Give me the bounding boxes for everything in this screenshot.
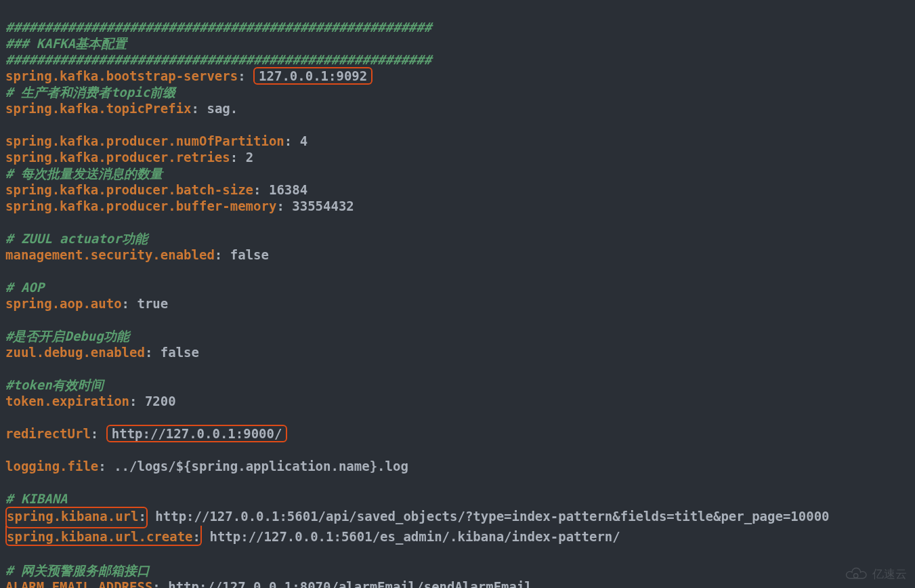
comment-line: # [5, 329, 13, 343]
prop-value: http://127.0.0.1:8070/alarmEmail/sendAla… [161, 579, 532, 588]
prop-key: spring.aop.auto [5, 296, 122, 311]
prop-value: 127.0.0.1:9092 [259, 68, 367, 83]
comment-line: # AOP [5, 280, 44, 295]
watermark-text: 亿速云 [872, 566, 907, 583]
prop-key: spring.kafka.producer.batch-size [5, 182, 253, 197]
comment-line: ########################################… [5, 52, 431, 67]
prop-value: http://127.0.0.1:5601/es_admin/.kibana/i… [202, 529, 620, 544]
prop-value: 16384 [261, 182, 308, 197]
code-editor: ########################################… [0, 0, 915, 588]
prop-key: logging.file [5, 459, 98, 474]
prop-key: ALARM_EMAIL_ADDRESS [5, 579, 152, 588]
watermark: 亿速云 [843, 566, 907, 583]
prop-key: management.security.enabled [5, 247, 215, 262]
prop-value: sag. [199, 101, 238, 116]
prop-value: 4 [292, 133, 307, 148]
prop-key: zuul.debug.enabled [5, 345, 145, 360]
comment-text: 有效时间 [52, 377, 104, 392]
comment-text: Debug [64, 329, 103, 343]
prop-key: redirectUrl [5, 426, 91, 441]
prop-key: spring.kafka.producer.retries [5, 150, 230, 165]
prop-value: false [222, 247, 269, 262]
highlight-box-kibana-2: spring.kibana.url.create: [5, 526, 202, 546]
comment-line: # KIBANA [5, 491, 68, 506]
prop-value: http://127.0.0.1:5601/api/saved_objects/… [148, 509, 830, 524]
comment-line: # ZUUL actuator [5, 231, 122, 246]
comment-line: # 网关预警服务邮箱接口 [5, 563, 150, 578]
comment-text: 基本配置 [75, 36, 127, 51]
prop-key: spring.kafka.producer.numOfPartition [5, 133, 284, 148]
comment-line: ### KAFKA [5, 36, 75, 51]
prop-key: spring.kafka.bootstrap-servers [5, 68, 238, 83]
cloud-icon [843, 567, 868, 582]
prop-value: 2 [238, 150, 253, 165]
comment-line: ########################################… [5, 20, 431, 35]
prop-value: http://127.0.0.1:9000/ [112, 426, 282, 441]
prop-key: spring.kafka.producer.buffer-memory [5, 198, 276, 213]
prop-key: token.expiration [5, 394, 129, 408]
prop-value: 7200 [137, 394, 175, 408]
comment-line: # 生产者和消费者topic前缀 [5, 85, 175, 100]
comment-text: 功能 [104, 329, 129, 343]
comment-text: 功能 [122, 231, 148, 246]
comment-line: # 每次批量发送消息的数量 [5, 166, 163, 181]
highlight-box-redirect: http://127.0.0.1:9000/ [106, 425, 288, 442]
comment-text: 是否开启 [13, 329, 64, 343]
prop-value: 33554432 [284, 198, 354, 213]
prop-value: false [152, 345, 199, 360]
prop-key: spring.kibana.url [7, 509, 138, 524]
prop-key: spring.kafka.topicPrefix [5, 101, 192, 116]
prop-value: true [129, 296, 168, 311]
prop-value: ../logs/${spring.application.name}.log [106, 459, 408, 474]
prop-key: spring.kibana.url.create [7, 529, 193, 544]
comment-line: #token [5, 377, 52, 392]
highlight-box-bootstrap: 127.0.0.1:9092 [253, 67, 373, 85]
